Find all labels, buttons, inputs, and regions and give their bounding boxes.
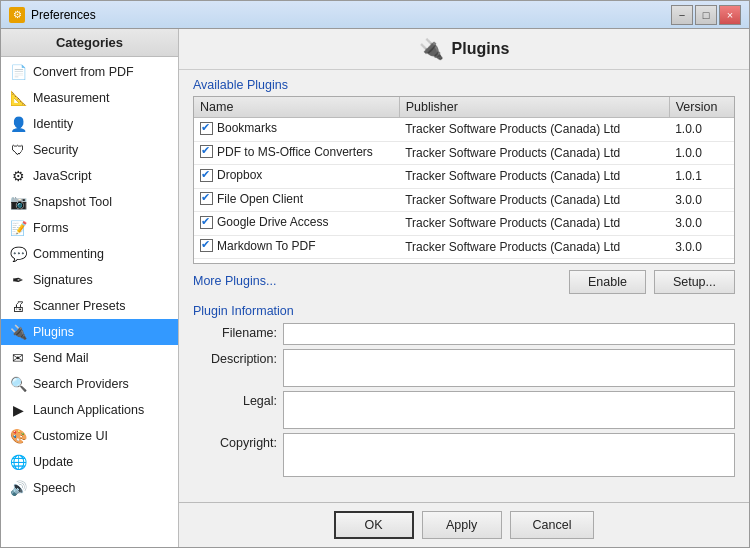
sidebar-item-scanner-presets[interactable]: 🖨Scanner Presets: [1, 293, 178, 319]
close-button[interactable]: ×: [719, 5, 741, 25]
info-row-copyright: Copyright:: [193, 433, 735, 477]
plugin-version-3: 3.0.0: [669, 188, 734, 212]
plugin-checkbox-5[interactable]: [200, 239, 213, 252]
info-row-legal: Legal:: [193, 391, 735, 429]
plugin-publisher-5: Tracker Software Products (Canada) Ltd: [399, 235, 669, 259]
sidebar-item-customize-ui[interactable]: 🎨Customize UI: [1, 423, 178, 449]
panel-content: Available Plugins Name Publisher Version: [179, 70, 749, 502]
table-row[interactable]: File Open ClientTracker Software Product…: [194, 188, 734, 212]
launch-applications-icon: ▶: [9, 401, 27, 419]
plugin-checkbox-6[interactable]: [200, 263, 213, 265]
sidebar-item-label-measurement: Measurement: [33, 91, 109, 105]
plugin-name-3: File Open Client: [217, 192, 303, 206]
plugin-checkbox-1[interactable]: [200, 145, 213, 158]
app-icon: ⚙: [9, 7, 25, 23]
sidebar-item-label-convert-from-pdf: Convert from PDF: [33, 65, 134, 79]
sidebar-item-label-security: Security: [33, 143, 78, 157]
enable-button[interactable]: Enable: [569, 270, 646, 294]
copyright-label: Copyright:: [193, 433, 283, 450]
sidebar-item-update[interactable]: 🌐Update: [1, 449, 178, 475]
security-icon: 🛡: [9, 141, 27, 159]
title-bar-left: ⚙ Preferences: [9, 7, 96, 23]
plugin-publisher-6: Tracker Software Products (Canada) Ltd: [399, 259, 669, 265]
filename-input[interactable]: [283, 323, 735, 345]
javascript-icon: ⚙: [9, 167, 27, 185]
table-row[interactable]: Google Drive AccessTracker Software Prod…: [194, 212, 734, 236]
plugin-publisher-1: Tracker Software Products (Canada) Ltd: [399, 141, 669, 165]
sidebar-item-plugins[interactable]: 🔌Plugins: [1, 319, 178, 345]
available-plugins-label: Available Plugins: [193, 78, 735, 92]
update-icon: 🌐: [9, 453, 27, 471]
ok-button[interactable]: OK: [334, 511, 414, 539]
forms-icon: 📝: [9, 219, 27, 237]
main-panel: 🔌 Plugins Available Plugins Name Publish…: [179, 29, 749, 547]
sidebar-item-label-forms: Forms: [33, 221, 68, 235]
plugin-name-2: Dropbox: [217, 168, 262, 182]
plugin-publisher-0: Tracker Software Products (Canada) Ltd: [399, 118, 669, 142]
sidebar-item-label-send-mail: Send Mail: [33, 351, 89, 365]
sidebar-list: 📄Convert from PDF📐Measurement👤Identity🛡S…: [1, 57, 178, 547]
snapshot-tool-icon: 📷: [9, 193, 27, 211]
available-plugins-section: Available Plugins Name Publisher Version: [193, 78, 735, 294]
table-row[interactable]: BookmarksTracker Software Products (Cana…: [194, 118, 734, 142]
sidebar-item-label-launch-applications: Launch Applications: [33, 403, 144, 417]
sidebar-item-security[interactable]: 🛡Security: [1, 137, 178, 163]
sidebar-item-signatures[interactable]: ✒Signatures: [1, 267, 178, 293]
sidebar-item-speech[interactable]: 🔊Speech: [1, 475, 178, 501]
commenting-icon: 💬: [9, 245, 27, 263]
plugin-info-label: Plugin Information: [193, 304, 735, 318]
cancel-button[interactable]: Cancel: [510, 511, 595, 539]
sidebar-item-label-scanner-presets: Scanner Presets: [33, 299, 125, 313]
table-row[interactable]: DropboxTracker Software Products (Canada…: [194, 165, 734, 189]
table-row[interactable]: PDF to MS-Office ConvertersTracker Softw…: [194, 141, 734, 165]
sidebar-item-label-signatures: Signatures: [33, 273, 93, 287]
col-header-publisher: Publisher: [399, 97, 669, 118]
plugin-name-0: Bookmarks: [217, 121, 277, 135]
sidebar-item-identity[interactable]: 👤Identity: [1, 111, 178, 137]
plugin-name-4: Google Drive Access: [217, 215, 328, 229]
sidebar-item-launch-applications[interactable]: ▶Launch Applications: [1, 397, 178, 423]
sidebar-item-snapshot-tool[interactable]: 📷Snapshot Tool: [1, 189, 178, 215]
sidebar-item-label-update: Update: [33, 455, 73, 469]
main-content: Categories 📄Convert from PDF📐Measurement…: [1, 29, 749, 547]
apply-button[interactable]: Apply: [422, 511, 502, 539]
minimize-button[interactable]: −: [671, 5, 693, 25]
sidebar-item-forms[interactable]: 📝Forms: [1, 215, 178, 241]
plugin-actions: Enable Setup...: [569, 270, 735, 294]
table-row[interactable]: OCR PluginTracker Software Products (Can…: [194, 259, 734, 265]
description-textarea[interactable]: [283, 349, 735, 387]
description-label: Description:: [193, 349, 283, 366]
title-bar-controls: − □ ×: [671, 5, 741, 25]
legal-textarea[interactable]: [283, 391, 735, 429]
panel-header: 🔌 Plugins: [179, 29, 749, 70]
plugin-name-1: PDF to MS-Office Converters: [217, 145, 373, 159]
preferences-window: ⚙ Preferences − □ × Categories 📄Convert …: [0, 0, 750, 548]
sidebar-item-search-providers[interactable]: 🔍Search Providers: [1, 371, 178, 397]
plugin-publisher-4: Tracker Software Products (Canada) Ltd: [399, 212, 669, 236]
copyright-textarea[interactable]: [283, 433, 735, 477]
bottom-bar: OK Apply Cancel: [179, 502, 749, 547]
maximize-button[interactable]: □: [695, 5, 717, 25]
plugin-checkbox-3[interactable]: [200, 192, 213, 205]
plugin-info-section: Plugin Information Filename: Description…: [193, 304, 735, 481]
window-title: Preferences: [31, 8, 96, 22]
sidebar-item-commenting[interactable]: 💬Commenting: [1, 241, 178, 267]
scanner-presets-icon: 🖨: [9, 297, 27, 315]
sidebar-item-send-mail[interactable]: ✉Send Mail: [1, 345, 178, 371]
sidebar-item-convert-from-pdf[interactable]: 📄Convert from PDF: [1, 59, 178, 85]
sidebar-item-label-plugins: Plugins: [33, 325, 74, 339]
setup-button[interactable]: Setup...: [654, 270, 735, 294]
plugin-publisher-2: Tracker Software Products (Canada) Ltd: [399, 165, 669, 189]
plugin-checkbox-2[interactable]: [200, 169, 213, 182]
plugin-checkbox-4[interactable]: [200, 216, 213, 229]
table-row[interactable]: Markdown To PDFTracker Software Products…: [194, 235, 734, 259]
plugin-table: Name Publisher Version BookmarksTracker …: [194, 97, 734, 264]
plugin-checkbox-0[interactable]: [200, 122, 213, 135]
more-plugins-link[interactable]: More Plugins...: [193, 274, 276, 288]
sidebar-item-measurement[interactable]: 📐Measurement: [1, 85, 178, 111]
sidebar-header: Categories: [1, 29, 178, 57]
sidebar-item-label-snapshot-tool: Snapshot Tool: [33, 195, 112, 209]
sidebar-item-label-identity: Identity: [33, 117, 73, 131]
sidebar-item-javascript[interactable]: ⚙JavaScript: [1, 163, 178, 189]
plugin-version-1: 1.0.0: [669, 141, 734, 165]
